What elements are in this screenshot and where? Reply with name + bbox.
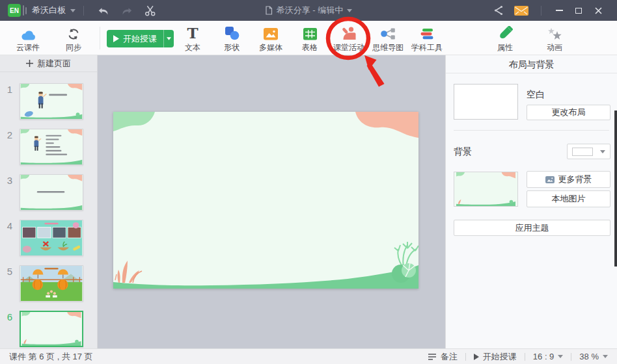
thumbnail-number: 3 (0, 174, 20, 186)
share-button[interactable] (489, 2, 506, 19)
titlebar-separator (541, 6, 542, 16)
sync-icon (67, 28, 80, 40)
tool-text[interactable]: T 文本 (173, 24, 212, 53)
tool-properties[interactable]: 属性 (486, 24, 525, 53)
current-slide[interactable] (113, 112, 418, 289)
cloud-courseware-button[interactable]: 云课件 (5, 24, 51, 53)
editing-canvas[interactable] (98, 55, 445, 348)
titlebar: EN 希沃白板 (0, 0, 617, 21)
plus-icon (26, 60, 33, 67)
new-page-button[interactable]: 新建页面 (0, 55, 97, 72)
slide-thumbnail-1[interactable] (20, 83, 83, 120)
window-scrollbar[interactable] (614, 110, 617, 266)
apply-theme-button[interactable]: 应用主题 (454, 220, 610, 236)
tool-animation[interactable]: 动画 (535, 24, 574, 53)
logo-pages-icon (23, 5, 27, 16)
redo-button[interactable] (118, 2, 135, 19)
minimize-icon (556, 10, 563, 11)
slide-panel: 新建页面 1 (0, 55, 98, 348)
thumbnail-1-preview (20, 84, 83, 119)
start-teaching-dropdown[interactable] (163, 30, 174, 47)
animation-label: 动画 (547, 42, 562, 53)
toolbar: 云课件 同步 开始授课 T 文本 (0, 21, 617, 55)
brush-icon (498, 26, 513, 40)
close-button[interactable] (588, 0, 608, 21)
slide-thumbnail-3[interactable] (20, 174, 83, 211)
mindmap-icon (380, 27, 396, 40)
toolbar-separator (100, 27, 100, 49)
chevron-down-icon (603, 355, 608, 358)
thumbnail-3-preview (20, 175, 83, 210)
undo-button[interactable] (95, 2, 112, 19)
tool-shape[interactable]: 形状 (212, 24, 251, 53)
app-menu-caret-icon[interactable] (70, 9, 75, 12)
thumbnail-number: 4 (0, 220, 20, 231)
thumbnail-5-preview (20, 266, 83, 301)
tool-table[interactable]: 表格 (290, 24, 329, 53)
more-backgrounds-button[interactable]: 更多背景 (527, 171, 610, 188)
toolbar-left-group: 云课件 同步 (5, 24, 96, 53)
thumbnail-list: 1 2 (0, 73, 97, 348)
background-color-dropdown[interactable] (567, 144, 610, 159)
slide-thumbnail-6-selected[interactable] (20, 311, 83, 347)
panel-divider (454, 130, 609, 131)
share-icon (493, 5, 504, 16)
page-info: 课件 第 6 页 , 共 17 页 (0, 351, 93, 363)
thumbnail-6-preview (21, 312, 82, 346)
layout-name: 空白 (527, 89, 545, 101)
zoom-level-dropdown[interactable]: 38 % (579, 352, 608, 361)
messages-button[interactable] (513, 2, 530, 19)
start-teaching-status-button[interactable]: 开始授课 (474, 351, 517, 363)
new-page-label: 新建页面 (37, 58, 71, 70)
slide-thumbnail-5[interactable] (20, 265, 83, 302)
background-preview[interactable] (454, 172, 518, 207)
thumbnail-row-1: 1 (0, 83, 97, 120)
slide-thumbnail-4[interactable] (20, 220, 83, 256)
class-activity-icon (342, 26, 357, 40)
titlebar-left: EN 希沃白板 (0, 2, 162, 19)
start-teaching-button[interactable]: 开始授课 (107, 30, 163, 47)
slide-thumbnail-2[interactable] (20, 129, 83, 165)
titlebar-right (486, 0, 617, 21)
play-icon (474, 354, 479, 360)
statusbar-right: 备注 开始授课 16 : 9 38 % (428, 351, 617, 363)
local-image-button[interactable]: 本地图片 (527, 190, 610, 207)
tool-subject-tools[interactable]: 学科工具 (407, 24, 446, 53)
statusbar: 课件 第 6 页 , 共 17 页 备注 开始授课 16 : 9 38 % (0, 348, 617, 364)
document-caret-icon (347, 9, 352, 12)
cloud-courseware-label: 云课件 (16, 42, 40, 53)
tool-class-activity[interactable]: 课堂活动 (329, 24, 368, 53)
properties-label: 属性 (497, 42, 513, 53)
layout-preview-blank[interactable] (454, 84, 518, 120)
statusbar-separator (465, 353, 466, 361)
aspect-ratio-dropdown[interactable]: 16 : 9 (533, 352, 564, 361)
thumbnail-number-selected: 6 (0, 311, 20, 322)
tool-multimedia[interactable]: 多媒体 (251, 24, 290, 53)
notes-button[interactable]: 备注 (428, 351, 458, 363)
thumbnail-row-5: 5 (0, 265, 97, 302)
background-preview-art (454, 172, 517, 206)
slide-background-art (113, 112, 418, 289)
statusbar-separator (525, 353, 525, 361)
maximize-icon (575, 8, 582, 14)
document-title-dropdown[interactable]: 希沃分享 - 编辑中 (195, 0, 422, 21)
thumbnail-row-6: 6 (0, 311, 97, 347)
cut-button[interactable] (142, 2, 159, 19)
minimize-button[interactable] (549, 0, 569, 21)
maximize-button[interactable] (569, 0, 588, 21)
thumbnail-2-preview (20, 129, 83, 164)
thumbnail-row-2: 2 (0, 129, 97, 165)
layout-background-panel: 布局与背景 空白 更改布局 背景 更多背景 本地图片 应用主题 (445, 55, 617, 348)
thumbnail-number: 5 (0, 265, 20, 277)
sync-button[interactable]: 同步 (51, 24, 96, 53)
toolbar-center-group: T 文本 形状 多媒体 (173, 24, 446, 53)
tool-mindmap[interactable]: 思维导图 (368, 24, 407, 53)
app-logo-icon[interactable]: EN (8, 4, 21, 17)
thumbnail-row-3: 3 (0, 174, 97, 211)
color-swatch (572, 148, 593, 156)
change-layout-button[interactable]: 更改布局 (527, 105, 610, 120)
sync-label: 同步 (66, 42, 81, 53)
thumbnail-number: 2 (0, 129, 20, 140)
cloud-icon (21, 30, 36, 40)
shape-icon (225, 26, 240, 40)
